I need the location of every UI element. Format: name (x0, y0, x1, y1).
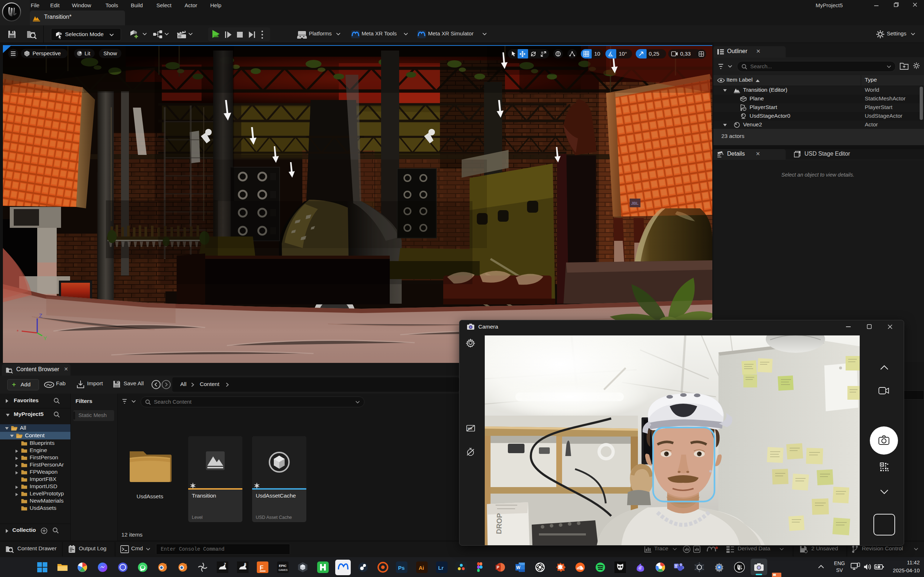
svg-text:Ps: Ps (398, 565, 405, 571)
svg-text:7: 7 (224, 562, 226, 567)
svg-text:F: F (260, 564, 263, 571)
svg-text:GAMES: GAMES (279, 569, 288, 571)
svg-text:Lr: Lr (438, 565, 443, 571)
svg-text:W: W (516, 565, 521, 570)
svg-text:P: P (497, 565, 499, 569)
svg-text:Ai: Ai (419, 565, 424, 571)
svg-text:8: 8 (244, 562, 246, 567)
svg-text:EPIC: EPIC (279, 564, 287, 567)
svg-text:T: T (675, 564, 677, 568)
svg-text:DROP: DROP (495, 513, 503, 534)
